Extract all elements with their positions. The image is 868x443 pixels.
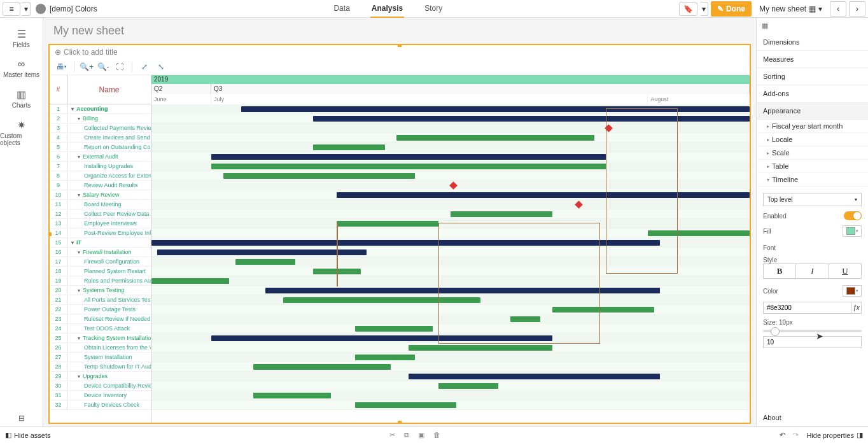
task-row[interactable]: 3Collected Payments Review — [50, 123, 151, 133]
group-bar[interactable] — [157, 250, 367, 255]
group-bar[interactable] — [241, 106, 750, 112]
leftbar-charts[interactable]: ▥ Charts — [0, 83, 43, 114]
expand-button[interactable]: ⤢ — [137, 60, 151, 73]
group-bar[interactable] — [265, 288, 660, 293]
task-row[interactable]: 20▾Systems Testing — [50, 286, 151, 295]
bookmark-button[interactable]: 🔖 — [679, 2, 697, 16]
enabled-toggle[interactable] — [844, 211, 862, 220]
task-row[interactable]: 31Device Inventory — [50, 391, 151, 400]
task-row[interactable]: 1▾Accounting — [50, 104, 151, 114]
leftbar-custom-objects[interactable]: ✷ Custom objects — [0, 114, 43, 151]
cut-button[interactable]: ✂ — [389, 431, 395, 439]
sub-fiscal-year[interactable]: ▸Fiscal year start month — [757, 120, 868, 133]
task-row[interactable]: 24Test DDOS Attack — [50, 324, 151, 334]
task-row[interactable]: 4Create Invoices and Send I — [50, 133, 151, 143]
group-bar[interactable] — [151, 240, 660, 246]
bold-button[interactable]: B — [763, 264, 796, 279]
redo-button[interactable]: ↷ — [793, 431, 799, 439]
task-bar[interactable] — [510, 316, 540, 322]
task-row[interactable]: 26Obtain Licenses from the V — [50, 343, 151, 353]
section-addons[interactable]: Add-ons — [757, 85, 868, 102]
task-row[interactable]: 8Organize Access for Extern — [50, 171, 151, 181]
task-bar[interactable] — [438, 383, 498, 389]
leftbar-fields[interactable]: ☰ Fields — [0, 23, 43, 53]
hamburger-menu[interactable]: ≡ — [3, 2, 20, 16]
section-measures[interactable]: Measures — [757, 51, 868, 68]
tab-story[interactable]: Story — [423, 0, 444, 18]
collapse-toggle[interactable]: ▾ — [78, 190, 83, 199]
sub-scale[interactable]: ▸Scale — [757, 146, 868, 160]
task-row[interactable]: 5Report on Outstanding Col — [50, 143, 151, 152]
expression-button[interactable]: ƒx — [851, 302, 862, 314]
task-row[interactable]: 15▾IT — [50, 238, 151, 248]
collapse-toggle[interactable]: ▾ — [71, 238, 76, 247]
sheet-picker[interactable]: My new sheet ▦ ▾ — [754, 4, 827, 13]
zoom-in-button[interactable]: 🔍+ — [80, 60, 94, 73]
col-header-number[interactable]: # — [50, 75, 67, 104]
task-row[interactable]: 19Rules and Permissions Aud — [50, 276, 151, 286]
task-bar[interactable] — [337, 221, 438, 227]
sub-table[interactable]: ▸Table — [757, 160, 868, 173]
task-row[interactable]: 14Post-Review Employee Inf — [50, 229, 151, 238]
task-row[interactable]: 13Employee Interviews — [50, 219, 151, 229]
task-bar[interactable] — [313, 144, 385, 150]
color-input[interactable] — [763, 302, 851, 314]
task-row[interactable]: 22Power Outage Tests — [50, 305, 151, 314]
tab-data[interactable]: Data — [332, 0, 351, 18]
task-bar[interactable] — [396, 135, 594, 141]
collapse-toggle[interactable]: ▾ — [71, 104, 76, 113]
task-row[interactable]: 11Board Meeting — [50, 200, 151, 209]
task-row[interactable]: 29▾Upgrades — [50, 372, 151, 381]
task-bar[interactable] — [253, 393, 331, 398]
print-button[interactable]: 🖶 ▾ — [55, 60, 69, 73]
section-appearance[interactable]: Appearance — [757, 102, 868, 120]
task-bar[interactable] — [648, 230, 750, 236]
task-row[interactable]: 23Ruleset Review If Needed — [50, 314, 151, 324]
prev-sheet-button[interactable]: ‹ — [830, 1, 846, 17]
task-bar[interactable] — [223, 173, 415, 179]
task-bar[interactable] — [313, 269, 361, 274]
task-bar[interactable] — [283, 297, 480, 303]
group-bar[interactable] — [211, 154, 606, 160]
task-bar[interactable] — [552, 307, 654, 313]
section-dimensions[interactable]: Dimensions — [757, 34, 868, 51]
task-bar[interactable] — [151, 278, 229, 284]
resize-handle-left[interactable] — [48, 232, 52, 236]
hamburger-caret[interactable]: ▾ — [22, 2, 31, 16]
next-sheet-button[interactable]: › — [849, 1, 865, 17]
group-bar[interactable] — [313, 116, 750, 122]
task-row[interactable]: 2▾Billing — [50, 114, 151, 123]
hide-properties-button[interactable]: Hide properties ◨ — [806, 431, 863, 439]
collapse-toggle[interactable]: ▾ — [78, 114, 83, 123]
task-row[interactable]: 30Device Compatibility Revie — [50, 381, 151, 391]
task-row[interactable]: 21All Ports and Services Test — [50, 295, 151, 305]
copy-button[interactable]: ⧉ — [404, 431, 409, 439]
color-picker[interactable]: ▾ — [843, 285, 862, 297]
task-row[interactable]: 27System Installation — [50, 353, 151, 362]
group-bar[interactable] — [409, 374, 660, 379]
size-slider[interactable] — [763, 330, 862, 332]
milestone-diamond[interactable] — [575, 200, 584, 209]
task-row[interactable]: 32Faulty Devices Check — [50, 400, 151, 410]
task-row[interactable]: 6▾External Audit — [50, 152, 151, 162]
hide-assets-button[interactable]: ◧ Hide assets — [5, 431, 50, 439]
collapse-toggle[interactable]: ▾ — [78, 286, 83, 295]
italic-button[interactable]: I — [796, 264, 829, 279]
milestone-diamond[interactable] — [449, 181, 458, 190]
task-row[interactable]: 25▾Tracking System Installation — [50, 334, 151, 343]
collapse-toggle[interactable]: ▾ — [78, 248, 83, 257]
fill-color-picker[interactable]: ▾ — [843, 225, 862, 237]
collapse-toggle[interactable]: ▾ — [78, 372, 83, 381]
milestone-diamond[interactable] — [605, 124, 613, 132]
task-row[interactable]: 28Temp Shutdown for IT Aud — [50, 362, 151, 372]
resize-handle-top[interactable] — [398, 44, 402, 47]
task-bar[interactable] — [355, 402, 457, 408]
tab-analysis[interactable]: Analysis — [370, 0, 404, 18]
bookmark-caret[interactable]: ▾ — [700, 2, 708, 16]
task-row[interactable]: 17Firewall Configuration — [50, 257, 151, 267]
collapse-button[interactable]: ⤡ — [154, 60, 168, 73]
sheet-title[interactable]: My new sheet — [43, 18, 756, 41]
group-bar[interactable] — [211, 335, 552, 341]
task-bar[interactable] — [253, 364, 391, 370]
zoom-out-button[interactable]: 🔍- — [96, 60, 110, 73]
